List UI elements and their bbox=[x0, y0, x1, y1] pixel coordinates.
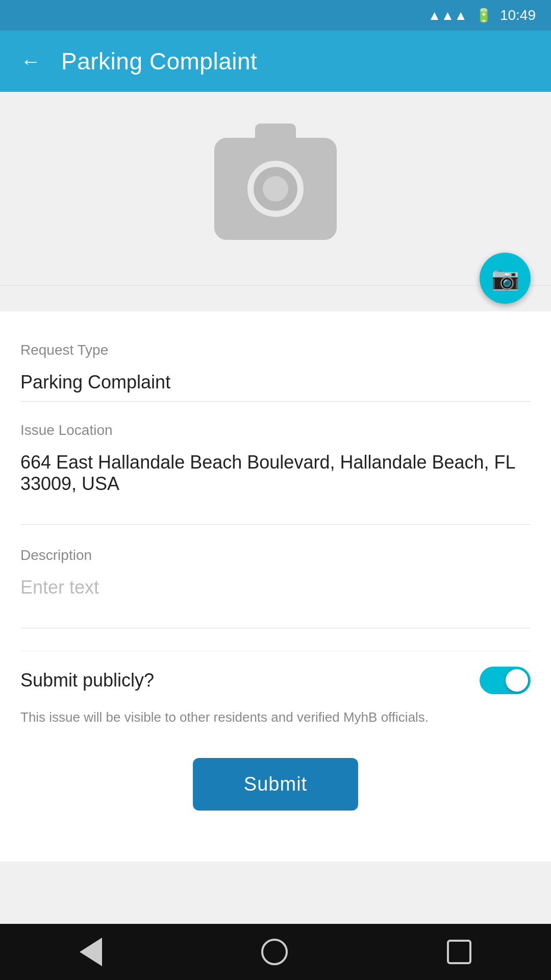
issue-location-input[interactable]: 664 East Hallandale Beach Boulevard, Hal… bbox=[20, 447, 531, 525]
toggle-track bbox=[480, 667, 531, 694]
nav-back-button[interactable] bbox=[80, 938, 102, 966]
status-bar: ▲▲▲ 🔋 10:49 bbox=[0, 0, 551, 31]
nav-home-button[interactable] bbox=[261, 939, 288, 965]
signal-icon: ▲▲▲ bbox=[428, 8, 467, 23]
submit-publicly-description: This issue will be visible to other resi… bbox=[20, 707, 531, 743]
camera-lens-inner-icon bbox=[263, 176, 288, 202]
issue-location-label: Issue Location bbox=[20, 422, 531, 438]
app-bar: ← Parking Complaint bbox=[0, 31, 551, 92]
description-field: Description bbox=[20, 547, 531, 630]
page-title: Parking Complaint bbox=[61, 47, 257, 75]
camera-fab-button[interactable]: 📷 bbox=[480, 253, 531, 304]
back-nav-icon bbox=[80, 938, 102, 966]
status-time: 10:49 bbox=[500, 7, 536, 23]
toggle-thumb bbox=[506, 669, 528, 692]
photo-area: 📷 bbox=[0, 92, 551, 286]
form-area: Request Type Issue Location 664 East Hal… bbox=[0, 311, 551, 862]
recent-nav-icon bbox=[447, 940, 471, 964]
nav-recent-button[interactable] bbox=[447, 940, 471, 964]
submit-publicly-label: Submit publicly? bbox=[20, 670, 154, 691]
submit-btn-container: Submit bbox=[20, 743, 531, 841]
camera-placeholder bbox=[214, 138, 337, 240]
back-button[interactable]: ← bbox=[15, 46, 46, 77]
description-label: Description bbox=[20, 547, 531, 564]
request-type-field: Request Type bbox=[20, 342, 531, 402]
submit-publicly-toggle[interactable] bbox=[480, 667, 531, 694]
request-type-label: Request Type bbox=[20, 342, 531, 358]
battery-icon: 🔋 bbox=[475, 8, 492, 23]
description-input[interactable] bbox=[20, 572, 531, 628]
request-type-input[interactable] bbox=[20, 366, 531, 402]
submit-button[interactable]: Submit bbox=[193, 758, 358, 811]
issue-location-field: Issue Location 664 East Hallandale Beach… bbox=[20, 422, 531, 527]
camera-body-icon bbox=[214, 138, 337, 240]
submit-publicly-row: Submit publicly? bbox=[20, 651, 531, 702]
camera-fab-icon: 📷 bbox=[491, 265, 519, 291]
navigation-bar bbox=[0, 924, 551, 980]
camera-lens-icon bbox=[247, 161, 304, 217]
home-nav-icon bbox=[261, 939, 288, 965]
